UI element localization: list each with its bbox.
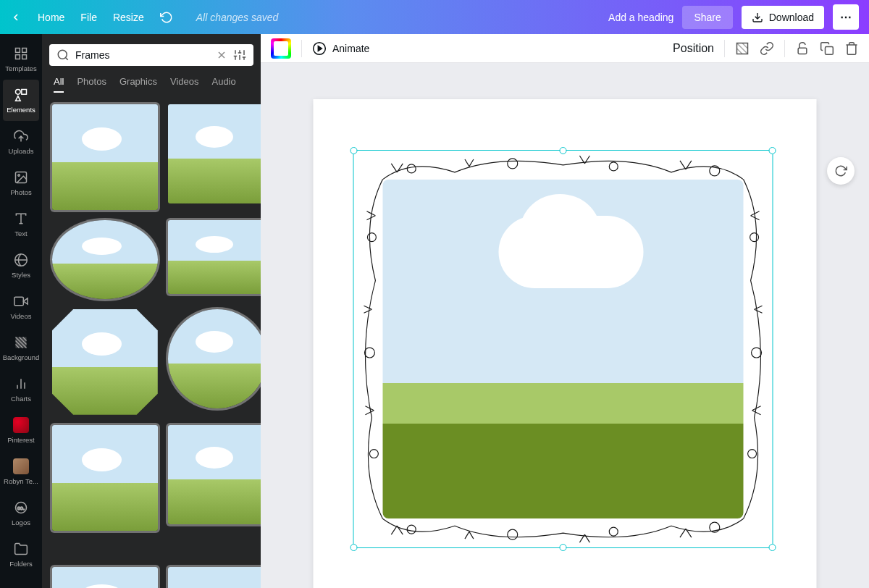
- svg-rect-4: [22, 55, 27, 59]
- tab-photos[interactable]: Photos: [77, 76, 106, 93]
- svg-marker-7: [16, 96, 21, 101]
- nav-label: Uploads: [9, 147, 34, 155]
- divider: [301, 40, 302, 57]
- frame-thumb[interactable]: [52, 425, 158, 531]
- color-picker-button[interactable]: [271, 38, 291, 59]
- nav-templates[interactable]: Templates: [0, 38, 42, 80]
- search-box: [49, 44, 253, 66]
- elements-icon: [13, 87, 29, 103]
- filter-icon[interactable]: [233, 49, 246, 62]
- nav-charts[interactable]: Charts: [0, 369, 42, 410]
- frame-thumb[interactable]: [168, 220, 261, 294]
- styles-icon: [13, 252, 29, 268]
- home-link[interactable]: Home: [38, 12, 64, 23]
- nav-label: Pinterest: [7, 436, 35, 444]
- nav-label: Robyn Te...: [4, 477, 38, 485]
- add-heading-button[interactable]: Add a heading: [608, 12, 673, 23]
- templates-icon: [13, 46, 29, 62]
- tab-graphics[interactable]: Graphics: [119, 76, 157, 93]
- nav-label: Logos: [12, 518, 30, 526]
- svg-point-51: [710, 522, 720, 532]
- frame-thumb[interactable]: [52, 220, 158, 299]
- delete-icon[interactable]: [844, 41, 859, 56]
- frame-thumb[interactable]: [52, 104, 158, 210]
- nav-elements[interactable]: Elements: [3, 80, 39, 121]
- resize-handle[interactable]: [560, 544, 567, 551]
- link-icon[interactable]: [760, 41, 774, 56]
- nav-photos[interactable]: Photos: [0, 162, 42, 203]
- svg-rect-2: [22, 49, 27, 53]
- search-icon[interactable]: [56, 49, 70, 62]
- svg-rect-3: [16, 55, 20, 59]
- nav-text[interactable]: Text: [0, 203, 42, 245]
- nav-folders[interactable]: Folders: [0, 534, 42, 575]
- frame-thumb[interactable]: [52, 309, 158, 415]
- frame-thumb[interactable]: [168, 104, 261, 203]
- context-toolbar: Animate Position: [261, 34, 869, 63]
- save-status: All changes saved: [196, 12, 279, 23]
- nav-robyn[interactable]: Robyn Te...: [0, 451, 42, 492]
- nav-pinterest[interactable]: Pinterest: [0, 410, 42, 451]
- svg-point-20: [58, 50, 67, 59]
- animate-button[interactable]: Animate: [312, 41, 369, 56]
- nav-background[interactable]: Background: [0, 327, 42, 369]
- resize-handle[interactable]: [350, 544, 358, 551]
- undo-icon[interactable]: [160, 11, 173, 24]
- svg-point-41: [710, 166, 720, 176]
- svg-rect-36: [798, 48, 807, 54]
- file-menu[interactable]: File: [80, 12, 97, 23]
- frame-thumb[interactable]: [168, 425, 261, 524]
- logos-icon: co.: [13, 500, 29, 516]
- clear-search-icon[interactable]: [216, 49, 227, 61]
- elements-panel: All Photos Graphics Videos Audio: [42, 34, 261, 588]
- resize-handle[interactable]: [769, 544, 776, 551]
- frame-thumb[interactable]: [168, 309, 261, 408]
- refresh-floating-button[interactable]: [827, 157, 855, 185]
- search-input[interactable]: [75, 49, 210, 61]
- svg-point-46: [752, 348, 762, 358]
- svg-point-47: [748, 450, 757, 458]
- lock-icon[interactable]: [795, 41, 810, 56]
- svg-rect-37: [826, 46, 834, 54]
- svg-point-39: [508, 159, 518, 169]
- top-left-group: Home File Resize All changes saved: [10, 11, 278, 24]
- svg-point-5: [16, 90, 21, 95]
- nav-logos[interactable]: co. Logos: [0, 492, 42, 534]
- text-icon: [13, 211, 29, 227]
- top-right-group: Add a heading Share Download ⋯: [608, 4, 859, 30]
- top-header: Home File Resize All changes saved Add a…: [0, 0, 869, 34]
- tab-videos[interactable]: Videos: [170, 76, 199, 93]
- resize-handle[interactable]: [350, 147, 358, 154]
- svg-rect-14: [14, 297, 23, 306]
- selected-element[interactable]: [353, 150, 773, 548]
- more-menu-button[interactable]: ⋯: [833, 4, 859, 30]
- background-icon: [13, 335, 29, 350]
- share-button[interactable]: Share: [682, 6, 732, 29]
- nav-label: Elements: [7, 106, 35, 114]
- canvas-area: Animate Position: [261, 34, 869, 588]
- nav-videos[interactable]: Videos: [0, 286, 42, 327]
- nav-styles[interactable]: Styles: [0, 245, 42, 286]
- frame-thumb[interactable]: [168, 567, 261, 588]
- position-button[interactable]: Position: [673, 42, 714, 55]
- page-canvas[interactable]: ⟳: [314, 99, 817, 588]
- frames-grid: [49, 100, 253, 588]
- tab-all[interactable]: All: [54, 76, 64, 93]
- nav-label: Text: [14, 230, 27, 238]
- tab-audio[interactable]: Audio: [211, 76, 235, 93]
- frame-thumb[interactable]: [52, 567, 158, 588]
- nav-label: Background: [3, 353, 40, 361]
- photos-icon: [13, 169, 29, 185]
- duplicate-icon[interactable]: [820, 41, 834, 56]
- back-arrow-icon[interactable]: [10, 12, 22, 23]
- download-button[interactable]: Download: [742, 6, 824, 29]
- avatar-icon: [13, 458, 29, 474]
- resize-handle[interactable]: [769, 147, 776, 154]
- svg-point-44: [369, 450, 378, 458]
- charts-icon: [13, 376, 29, 392]
- nav-uploads[interactable]: Uploads: [0, 121, 42, 162]
- transparency-icon[interactable]: [735, 41, 750, 56]
- resize-handle[interactable]: [560, 147, 567, 154]
- svg-point-9: [18, 175, 20, 177]
- resize-menu[interactable]: Resize: [113, 12, 144, 23]
